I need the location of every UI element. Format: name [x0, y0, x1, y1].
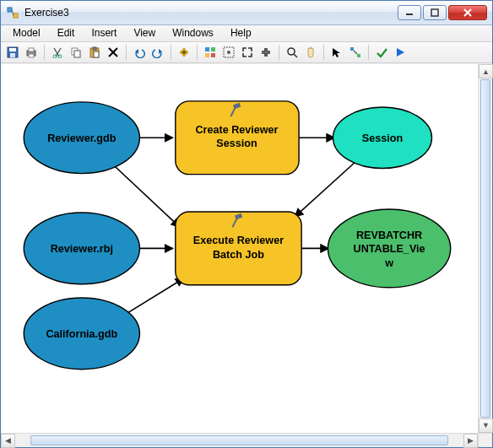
menu-edit[interactable]: Edit — [51, 25, 82, 40]
node-label-line2: Batch Job — [213, 249, 264, 261]
svg-rect-21 — [94, 51, 99, 57]
svg-rect-0 — [8, 8, 12, 12]
cut-icon[interactable] — [49, 44, 66, 61]
validate-icon[interactable] — [373, 44, 390, 61]
svg-rect-30 — [211, 47, 215, 51]
zoom-out-icon[interactable] — [257, 44, 274, 61]
svg-rect-18 — [74, 51, 80, 57]
connect-icon[interactable] — [347, 44, 364, 61]
run-icon[interactable] — [392, 44, 409, 61]
node-revbatch-view[interactable]: REVBATCHR UNTABLE_Vie w — [328, 209, 450, 288]
svg-rect-1 — [14, 13, 18, 18]
window-controls — [398, 5, 487, 20]
app-window: Exercise3 Model Edit Insert View Windows… — [0, 0, 493, 448]
node-reviewer-rbj[interactable]: Reviewer.rbj — [24, 213, 139, 284]
vertical-scrollbar[interactable]: ▲ ▼ — [478, 64, 492, 433]
menu-insert[interactable]: Insert — [84, 25, 123, 40]
auto-layout-icon[interactable] — [202, 44, 219, 61]
print-icon[interactable] — [23, 44, 40, 61]
svg-point-34 — [227, 51, 230, 54]
menu-view[interactable]: View — [127, 25, 162, 40]
node-label-line3: w — [384, 257, 393, 269]
menu-help[interactable]: Help — [224, 25, 258, 40]
node-label-line2: UNTABLE_Vie — [354, 244, 425, 256]
window-title: Exercise3 — [24, 7, 398, 19]
save-icon[interactable] — [4, 44, 21, 61]
scroll-up-button[interactable]: ▲ — [479, 64, 493, 78]
close-button[interactable] — [448, 5, 487, 20]
toolbar — [1, 42, 492, 63]
svg-point-35 — [288, 48, 295, 55]
scrollbar-corner — [478, 434, 492, 447]
delete-icon[interactable] — [105, 44, 122, 61]
diagram-svg: Reviewer.gdb Reviewer.rbj California.gdb — [1, 64, 478, 433]
node-label-line1: REVBATCHR — [356, 229, 422, 241]
svg-marker-37 — [333, 48, 340, 57]
maximize-button[interactable] — [423, 5, 447, 20]
menu-windows[interactable]: Windows — [165, 25, 220, 40]
minimize-button[interactable] — [398, 5, 421, 20]
edge[interactable] — [295, 159, 359, 218]
toolbar-separator — [279, 45, 279, 60]
node-california-gdb[interactable]: California.gdb — [24, 298, 139, 370]
toolbar-separator — [197, 45, 198, 60]
svg-line-40 — [354, 51, 357, 54]
horizontal-scrollbar[interactable]: ◀ ▶ — [1, 433, 492, 447]
svg-rect-4 — [431, 9, 438, 16]
svg-rect-38 — [350, 47, 354, 51]
edge[interactable] — [122, 278, 184, 316]
zoom-in-icon[interactable] — [239, 44, 256, 61]
svg-rect-29 — [205, 47, 209, 51]
scroll-right-button[interactable]: ▶ — [463, 434, 478, 448]
model-canvas[interactable]: Reviewer.gdb Reviewer.rbj California.gdb — [1, 64, 478, 433]
svg-rect-8 — [9, 48, 16, 51]
toolbar-separator — [171, 45, 171, 60]
toolbar-separator — [368, 45, 369, 60]
redo-icon[interactable] — [149, 44, 166, 61]
node-label-line2: Session — [216, 138, 257, 150]
svg-rect-32 — [211, 53, 215, 57]
select-icon[interactable] — [328, 44, 345, 61]
scroll-down-button[interactable]: ▼ — [479, 418, 493, 433]
paste-icon[interactable] — [86, 44, 103, 61]
toolbar-separator — [323, 45, 324, 60]
node-label: California.gdb — [46, 329, 117, 341]
fixed-zoom-icon[interactable] — [284, 44, 301, 61]
copy-icon[interactable] — [68, 44, 84, 61]
node-session[interactable]: Session — [333, 107, 431, 169]
node-label: Session — [362, 132, 403, 144]
svg-rect-9 — [10, 53, 15, 57]
toolbar-separator — [44, 45, 45, 60]
svg-rect-31 — [205, 53, 209, 57]
menu-model[interactable]: Model — [6, 25, 47, 40]
pan-icon[interactable] — [302, 44, 319, 61]
edge[interactable] — [111, 164, 180, 228]
titlebar[interactable]: Exercise3 — [1, 1, 492, 25]
node-label-line1: Execute Reviewer — [193, 235, 284, 247]
svg-rect-12 — [29, 54, 34, 57]
svg-rect-20 — [93, 47, 96, 50]
svg-line-36 — [294, 54, 297, 57]
node-label: Reviewer.gdb — [47, 132, 116, 144]
toolbar-separator — [126, 45, 127, 60]
horizontal-scroll-thumb[interactable] — [30, 435, 448, 445]
svg-marker-41 — [397, 48, 404, 57]
app-icon — [6, 6, 19, 19]
node-reviewer-gdb[interactable]: Reviewer.gdb — [24, 102, 139, 174]
full-extent-icon[interactable] — [220, 44, 237, 61]
svg-rect-11 — [29, 48, 34, 51]
svg-rect-39 — [357, 54, 360, 57]
undo-icon[interactable] — [131, 44, 148, 61]
scroll-left-button[interactable]: ◀ — [1, 434, 15, 448]
svg-line-2 — [12, 9, 14, 15]
node-execute-batch[interactable]: Execute Reviewer Batch Job — [176, 212, 301, 285]
node-label: Reviewer.rbj — [51, 244, 113, 256]
node-label-line1: Create Reviewer — [195, 124, 278, 136]
node-create-session[interactable]: Create Reviewer Session — [176, 101, 299, 175]
menubar: Model Edit Insert View Windows Help — [1, 25, 492, 43]
vertical-scroll-thumb[interactable] — [480, 79, 490, 418]
add-data-icon[interactable] — [176, 44, 192, 61]
canvas-area: Reviewer.gdb Reviewer.rbj California.gdb — [1, 63, 492, 447]
